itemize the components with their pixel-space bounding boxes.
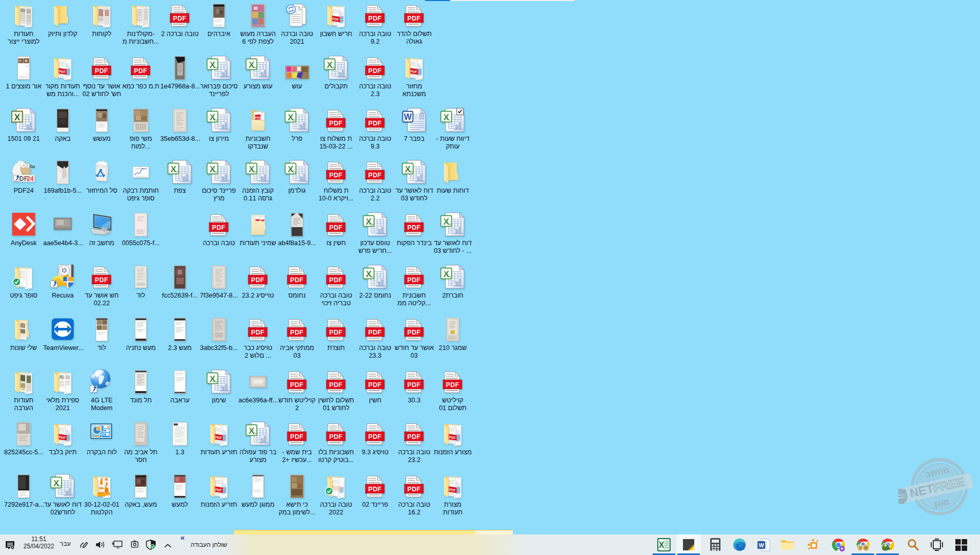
- svg-text:W: W: [759, 542, 764, 548]
- svg-text:X: X: [659, 541, 664, 549]
